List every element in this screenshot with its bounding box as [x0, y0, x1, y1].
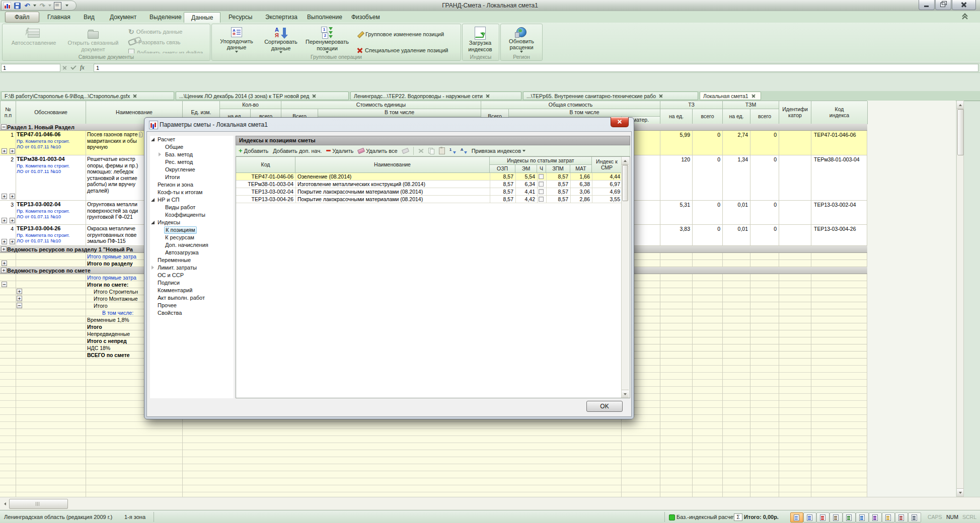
status-view-button-10[interactable] — [908, 512, 921, 522]
expand-row-icon[interactable] — [10, 239, 15, 244]
doc-tab-cennik[interactable]: ...\Ценник ЛО декабрь 2014 (3 зона) к ТЕ… — [176, 92, 349, 100]
status-view-button-6[interactable] — [856, 512, 869, 522]
tree-item-avtozagruzka[interactable]: Автозагрузка — [150, 249, 234, 256]
tab-physvolume[interactable]: Физобъем — [344, 12, 387, 23]
confirm-entry-icon[interactable] — [70, 64, 76, 69]
scroll-left-icon[interactable] — [2, 500, 8, 508]
hours-checkbox[interactable] — [539, 182, 544, 187]
expand-row-icon[interactable] — [17, 289, 22, 294]
expand-row-icon[interactable] — [2, 260, 7, 266]
minimize-button[interactable] — [919, 0, 935, 10]
scroll-down-icon[interactable] — [622, 390, 629, 398]
status-view-button-8[interactable] — [882, 512, 895, 522]
tree-expanded-icon[interactable] — [151, 138, 155, 141]
update-rates-button[interactable]: Обновить расценки — [503, 26, 540, 53]
tree-item-obschie[interactable]: Общие — [150, 143, 234, 151]
collapse-section-icon[interactable] — [1, 124, 7, 130]
close-tab-icon[interactable] — [751, 94, 756, 98]
ok-button[interactable]: OK — [586, 401, 623, 412]
status-view-button-2[interactable] — [803, 512, 816, 522]
tree-expanded-icon[interactable] — [151, 221, 155, 224]
tree-item-k-poziciyam[interactable]: К позициям — [150, 226, 234, 234]
dialog-close-button[interactable] — [611, 117, 629, 127]
doc-tab-local-estimate[interactable]: Локальная смета1 — [700, 92, 761, 100]
open-linked-document-button[interactable]: Открыть связанный документ — [63, 26, 123, 53]
expand-row-icon[interactable] — [2, 218, 7, 223]
index-row[interactable]: ТЕР13-03-004-26 Покрытие лакокрасочными … — [236, 196, 622, 203]
tab-data[interactable]: Данные — [184, 12, 220, 23]
tree-item-nr-sp[interactable]: НР и СП — [150, 196, 234, 204]
collapse-row-icon[interactable] — [17, 303, 22, 308]
sort-data-button[interactable]: АЯ Сортировать данные — [259, 26, 303, 53]
index-binding-button[interactable]: Привязка индексов — [472, 148, 525, 154]
order-data-button[interactable]: Упорядочить данные — [215, 26, 258, 53]
tree-item-region-zona[interactable]: Регион и зона — [150, 181, 234, 189]
tree-item-k-resursam[interactable]: К ресурсам — [150, 234, 234, 241]
expand-section-icon[interactable] — [1, 246, 7, 252]
status-view-button-3[interactable] — [816, 512, 830, 522]
tree-collapsed-icon[interactable] — [159, 152, 161, 156]
tree-item-kommentarij[interactable]: Комментарий — [150, 287, 234, 294]
index-row[interactable]: ТЕРм38-01-003-04 Изготовление металличес… — [236, 181, 622, 188]
scrollbar-thumb[interactable] — [622, 165, 628, 201]
expand-row-icon[interactable] — [17, 296, 22, 301]
add-button[interactable]: +Добавить — [239, 148, 268, 154]
renumber-positions-button[interactable]: 12 Перенумеровать позиции — [304, 26, 351, 53]
delete-button[interactable]: Удалить — [326, 148, 353, 154]
collapse-ribbon-icon[interactable] — [963, 16, 967, 21]
paste-icon[interactable] — [439, 147, 445, 154]
tab-selection[interactable]: Выделение — [142, 12, 189, 23]
status-view-button-1[interactable] — [790, 512, 803, 522]
eraser-disabled-icon[interactable] — [402, 147, 409, 153]
doc-tab-ter22[interactable]: Ленинградс...\ТЕР22. Водопроводы - наруж… — [350, 92, 521, 100]
close-tab-icon[interactable] — [312, 94, 316, 98]
index-row[interactable]: ТЕР47-01-046-06 Озеленение (08.2014) 8,5… — [236, 173, 622, 181]
close-tab-icon[interactable] — [659, 94, 663, 98]
tree-item-res-metod[interactable]: Рес. метод — [150, 158, 234, 166]
doc-tab-terr65[interactable]: ...\ТЕРр65. Внутренние санитарно-техниче… — [523, 92, 698, 100]
copy-icon[interactable] — [428, 148, 434, 154]
status-view-button-4[interactable] — [830, 512, 843, 522]
scroll-up-icon[interactable] — [957, 101, 963, 109]
tree-item-baz-metod[interactable]: Баз. метод — [150, 151, 234, 158]
status-view-button-7[interactable] — [869, 512, 882, 522]
expand-section-icon[interactable] — [1, 268, 7, 273]
autocompose-button[interactable]: Автосоставление — [8, 26, 60, 53]
tree-item-vidy-rabot[interactable]: Виды работ — [150, 204, 234, 211]
group-change-positions-button[interactable]: Групповое изменение позиций — [357, 29, 444, 39]
tab-view[interactable]: Вид — [77, 12, 102, 23]
tree-item-os-ssr[interactable]: ОС и ССР — [150, 272, 234, 279]
tree-item-svojstva[interactable]: Свойства — [150, 309, 234, 317]
hours-checkbox[interactable] — [539, 197, 544, 202]
tree-item-podpisi[interactable]: Подписи — [150, 279, 234, 287]
restore-button[interactable] — [935, 0, 951, 10]
tab-home[interactable]: Главная — [40, 12, 78, 23]
hours-checkbox[interactable] — [539, 174, 544, 179]
hours-checkbox[interactable] — [539, 189, 544, 194]
expand-row-icon[interactable] — [10, 148, 15, 154]
tab-file[interactable]: Файл — [5, 12, 39, 23]
tree-collapsed-icon[interactable] — [152, 266, 154, 270]
grid-vertical-scrollbar[interactable] — [956, 101, 964, 497]
cell-name-box[interactable]: 1 — [1, 64, 60, 72]
tree-item-prochee[interactable]: Прочее — [150, 302, 234, 309]
tree-item-peremennye[interactable]: Переменные — [150, 256, 234, 264]
tab-expertise[interactable]: Экспертиза — [258, 12, 305, 23]
tree-expanded-icon[interactable] — [151, 198, 155, 202]
tab-execution[interactable]: Выполнение — [300, 12, 349, 23]
tree-item-itogi[interactable]: Итоги — [150, 173, 234, 181]
dialog-table-scrollbar[interactable] — [621, 157, 629, 398]
sort-numeric-icon[interactable] — [449, 147, 456, 154]
scrollbar-thumb[interactable] — [957, 109, 964, 155]
formula-input[interactable]: 1 — [94, 64, 978, 72]
close-button[interactable] — [952, 0, 976, 10]
sort-alpha-icon[interactable] — [461, 147, 467, 154]
refresh-data-button[interactable]: ↻Обновить данные — [128, 27, 182, 36]
grid-horizontal-scrollbar[interactable] — [0, 497, 980, 510]
status-view-button-5[interactable] — [843, 512, 856, 522]
load-indexes-button[interactable]: Загрузка индексов — [464, 26, 496, 53]
expand-row-icon[interactable] — [10, 218, 15, 223]
cut-icon[interactable] — [418, 148, 424, 153]
delete-all-button[interactable]: Удалить все — [358, 148, 397, 154]
tree-item-koefty[interactable]: Коэф-ты к итогам — [150, 189, 234, 196]
